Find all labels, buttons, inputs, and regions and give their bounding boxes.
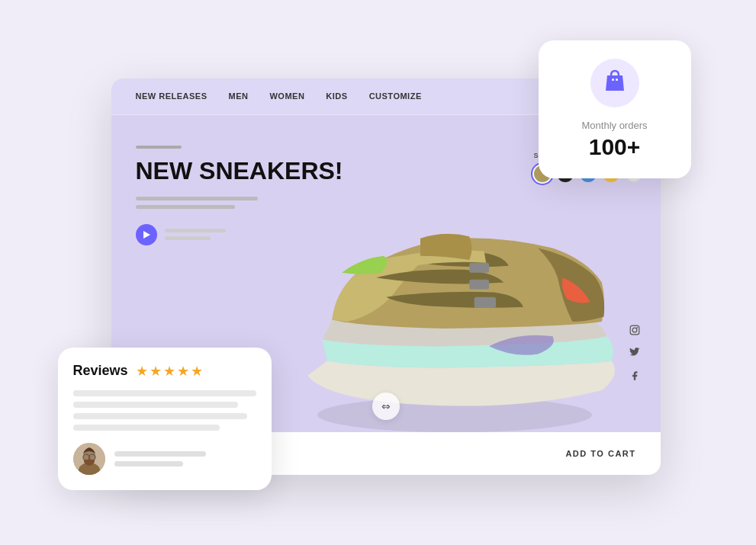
nav-item-customize[interactable]: CUSTOMIZE (369, 91, 422, 101)
reviewer-name-line (114, 451, 206, 457)
nav-item-kids[interactable]: KIDS (326, 91, 347, 101)
hero-line-1 (136, 197, 258, 200)
svg-point-6 (636, 326, 638, 328)
star-1: ★ (136, 363, 148, 380)
review-line-4 (73, 425, 220, 431)
star-4: ★ (177, 363, 189, 380)
review-line-2 (73, 402, 238, 408)
nav-item-women[interactable]: WOMEN (269, 91, 304, 101)
nav-item-men[interactable]: MEN (229, 91, 249, 101)
facebook-icon[interactable] (627, 368, 642, 383)
star-3: ★ (163, 363, 175, 380)
orders-count: 100+ (554, 134, 676, 160)
review-line-3 (73, 413, 247, 419)
hero-subtitle-bar (136, 146, 182, 149)
svg-rect-1 (469, 262, 489, 272)
orders-label: Monthly orders (554, 120, 676, 131)
nav-arrow-button[interactable]: ⇔ (372, 393, 400, 420)
orders-card: Monthly orders 100+ (539, 40, 691, 178)
star-5: ★ (191, 363, 203, 380)
hero-title: NEW SNEAKERS! (136, 158, 343, 184)
svg-rect-7 (612, 79, 614, 81)
play-button[interactable] (136, 224, 157, 245)
reviewer-row (73, 443, 256, 475)
social-icons (627, 322, 642, 383)
star-2: ★ (150, 363, 162, 380)
svg-rect-3 (474, 297, 495, 307)
play-line-2 (165, 236, 211, 240)
orders-icon-bg (590, 59, 639, 107)
twitter-icon[interactable] (627, 345, 642, 361)
hero-line-2 (136, 205, 235, 209)
reviewer-avatar (73, 443, 105, 475)
instagram-icon[interactable] (627, 322, 642, 338)
hero-description-lines (136, 197, 343, 209)
svg-rect-8 (616, 79, 618, 81)
review-line-1 (73, 390, 256, 396)
svg-point-5 (632, 328, 637, 332)
add-to-cart-button[interactable]: ADD TO CART (565, 449, 635, 458)
scene: NEW RELEASES MEN WOMEN KIDS CUSTOMIZE NE… (50, 33, 706, 513)
reviews-card: Reviews ★ ★ ★ ★ ★ (58, 348, 272, 490)
review-text-lines (73, 390, 256, 431)
shopping-bag-icon (601, 66, 629, 99)
reviews-title: Reviews (73, 363, 128, 379)
reviewer-text-lines (114, 451, 206, 466)
svg-rect-2 (469, 279, 489, 289)
play-line-1 (165, 229, 226, 232)
reviews-header: Reviews ★ ★ ★ ★ ★ (73, 363, 256, 380)
reviewer-detail-line (114, 461, 183, 466)
star-rating: ★ ★ ★ ★ ★ (136, 363, 203, 380)
svg-rect-4 (630, 325, 639, 335)
nav-item-new-releases[interactable]: NEW RELEASES (136, 91, 207, 101)
hero-text: NEW SNEAKERS! (136, 146, 343, 245)
